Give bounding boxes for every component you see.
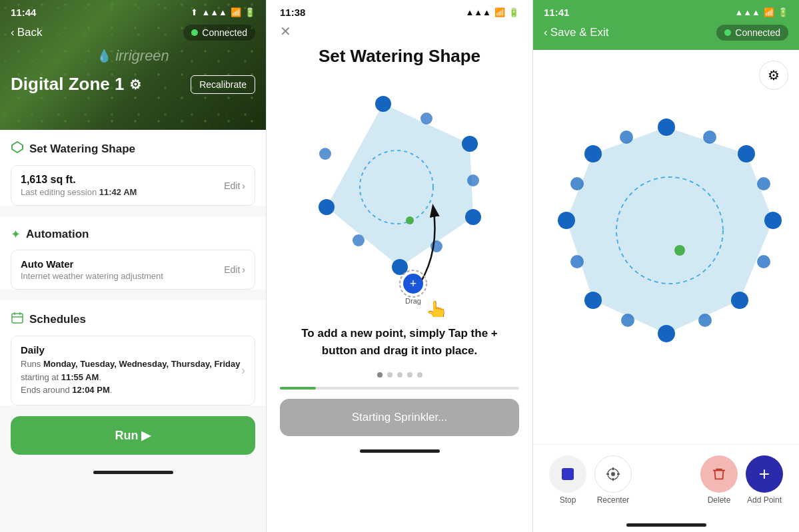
battery-icon-3: 🔋 xyxy=(778,7,788,17)
home-bar-2 xyxy=(360,449,440,453)
dot-1 xyxy=(377,372,383,378)
schedules-section: Schedules Daily Runs Monday, Tuesday, We… xyxy=(0,300,266,405)
panel3-navrow: ‹ Save & Exit Connected xyxy=(533,21,799,50)
svg-point-32 xyxy=(558,212,575,229)
home-indicator-2 xyxy=(267,444,532,458)
run-button[interactable]: Run ▶ xyxy=(11,416,255,455)
schedules-title: Schedules xyxy=(29,313,86,326)
delete-button[interactable] xyxy=(700,455,738,493)
panel-shape-editor: 11:41 ▲▲▲ 📶 🔋 ‹ Save & Exit Connected ⚙ xyxy=(533,0,799,532)
svg-point-16 xyxy=(353,234,365,246)
edit-label-ws: Edit xyxy=(224,180,240,191)
automation-edit[interactable]: Edit › xyxy=(224,264,245,275)
starting-sprinkler-button[interactable]: Starting Sprinkler... xyxy=(280,399,519,436)
stop-icon xyxy=(562,468,574,480)
auto-water-title: Auto Water xyxy=(21,258,163,270)
chevron-right-schedule: › xyxy=(241,364,245,378)
svg-point-37 xyxy=(698,314,712,327)
progress-bar-bg xyxy=(280,387,519,390)
drop-icon: 💧 xyxy=(97,49,111,63)
delete-btn-group: Delete xyxy=(700,455,738,505)
zone-bar: Digital Zone 1 ⚙ Recalibrate xyxy=(0,67,266,100)
svg-point-33 xyxy=(584,145,602,162)
svg-point-14 xyxy=(467,174,479,186)
add-point-btn-group: + Add Point xyxy=(746,455,783,505)
status-bar-3: 11:41 ▲▲▲ 📶 🔋 xyxy=(533,0,799,21)
status-icons-1: ⬆ ▲▲▲ 📶 🔋 xyxy=(191,7,255,17)
watering-shape-card: 1,613 sq ft. Last editing session 11:42 … xyxy=(11,165,255,206)
time-1: 11:44 xyxy=(11,7,36,18)
start-time: 11:55 AM xyxy=(61,372,99,382)
svg-point-12 xyxy=(319,199,335,215)
save-exit-button[interactable]: ‹ Save & Exit xyxy=(544,26,609,39)
status-bar-1: 11:44 ⬆ ▲▲▲ 📶 🔋 xyxy=(0,0,266,21)
recenter-icon xyxy=(605,466,621,482)
location-icon: ⬆ xyxy=(191,7,198,17)
dot-5 xyxy=(417,372,422,378)
last-session-time: 11:42 AM xyxy=(99,187,137,197)
signal-icon-3: ▲▲▲ xyxy=(734,7,760,17)
panel2-title: Set Watering Shape xyxy=(267,43,532,77)
nav-bar-1: ‹ Back Connected xyxy=(0,21,266,45)
watering-shape-icon xyxy=(11,140,24,157)
svg-point-41 xyxy=(620,131,633,144)
signal-icon: ▲▲▲ xyxy=(201,7,227,17)
svg-point-8 xyxy=(375,96,391,112)
connected-dot-1 xyxy=(191,29,198,36)
panel3-bottom-bar: Stop Recenter xyxy=(533,444,799,518)
wifi-icon: 📶 xyxy=(231,7,241,17)
panel3-header: 11:41 ▲▲▲ 📶 🔋 ‹ Save & Exit Connected xyxy=(533,0,799,50)
stop-label: Stop xyxy=(560,495,576,505)
save-exit-label: Save & Exit xyxy=(550,26,609,39)
end-time: 12:04 PM xyxy=(72,385,109,395)
zone-title: Digital Zone 1 ⚙ xyxy=(11,74,141,95)
recenter-label: Recenter xyxy=(597,495,630,505)
automation-header: ✦ Automation xyxy=(11,227,255,242)
automation-title: Automation xyxy=(26,228,89,241)
recalibrate-button[interactable]: Recalibrate xyxy=(191,75,255,94)
wifi-icon-2: 📶 xyxy=(494,7,505,17)
progress-bar-fill xyxy=(280,387,316,390)
svg-point-42 xyxy=(674,245,685,256)
connected-dot-3 xyxy=(724,29,731,36)
svg-text:Drag: Drag xyxy=(405,297,421,305)
svg-point-40 xyxy=(570,177,584,190)
schedules-header: Schedules xyxy=(11,311,255,328)
time-2: 11:38 xyxy=(280,7,305,18)
chevron-right-auto: › xyxy=(242,264,245,275)
recenter-button[interactable] xyxy=(594,455,632,493)
schedule-name: Daily xyxy=(21,344,241,356)
runs-pre: Runs xyxy=(21,359,43,369)
trash-icon xyxy=(712,467,726,481)
last-session: Last editing session 11:42 AM xyxy=(21,187,137,197)
svg-point-26 xyxy=(658,119,675,136)
auto-water-card: Auto Water Internet weather watering adj… xyxy=(11,250,255,290)
home-bar-3 xyxy=(626,523,706,527)
edit-label-auto: Edit xyxy=(224,264,240,275)
battery-icon-2: 🔋 xyxy=(508,7,519,17)
watering-shape-edit[interactable]: Edit › xyxy=(224,180,245,191)
add-point-button[interactable]: + xyxy=(746,455,783,493)
connected-badge-1: Connected xyxy=(183,25,255,41)
settings-button[interactable]: ⚙ xyxy=(759,61,788,90)
svg-point-9 xyxy=(462,136,478,152)
watering-shape-canvas[interactable]: + Drag 👆 xyxy=(280,77,520,317)
status-icons-3: ▲▲▲ 📶 🔋 xyxy=(734,7,788,17)
schedules-icon xyxy=(11,311,24,328)
svg-point-38 xyxy=(621,314,634,327)
svg-point-30 xyxy=(658,325,675,342)
close-button[interactable]: ✕ xyxy=(280,25,291,38)
connected-text-1: Connected xyxy=(202,27,247,38)
shape-svg: + Drag 👆 xyxy=(280,77,520,317)
stop-button[interactable] xyxy=(549,455,586,493)
back-button[interactable]: ‹ Back xyxy=(11,26,42,39)
panel-set-watering-shape: 11:38 ▲▲▲ 📶 🔋 ✕ Set Watering Shape xyxy=(267,0,533,532)
gear-icon-zone[interactable]: ⚙ xyxy=(129,77,141,93)
status-icons-2: ▲▲▲ 📶 🔋 xyxy=(465,7,519,17)
shape-editor-canvas[interactable]: ⚙ xyxy=(533,50,799,444)
svg-point-10 xyxy=(465,209,481,225)
schedule-card[interactable]: Daily Runs Monday, Tuesday, Wednesday, T… xyxy=(11,336,255,405)
starting-at: starting at xyxy=(21,372,61,382)
period2: . xyxy=(110,385,113,395)
svg-point-11 xyxy=(392,259,408,275)
